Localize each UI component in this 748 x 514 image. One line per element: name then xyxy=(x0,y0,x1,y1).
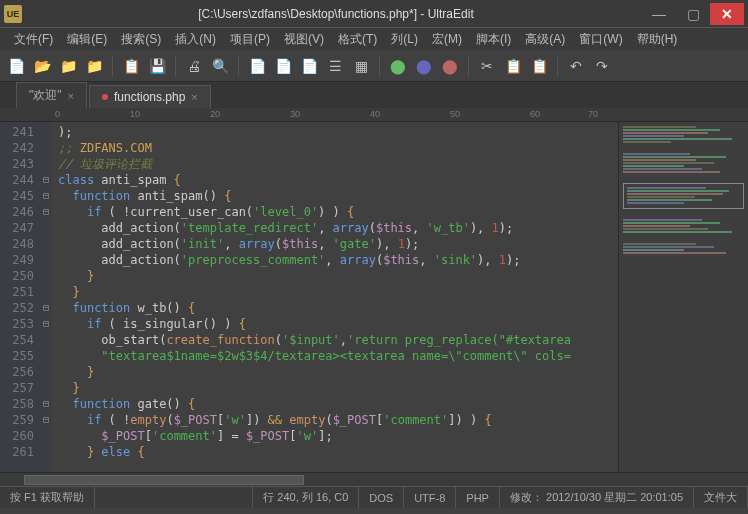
menu-view[interactable]: 视图(V) xyxy=(278,29,330,50)
maximize-button[interactable]: ▢ xyxy=(676,3,710,25)
app-icon: UE xyxy=(4,5,22,23)
statusbar: 按 F1 获取帮助 行 240, 列 16, C0 DOS UTF-8 PHP … xyxy=(0,486,748,508)
status-position: 行 240, 列 16, C0 xyxy=(253,487,359,508)
tab-label: functions.php xyxy=(114,90,185,104)
close-icon[interactable]: × xyxy=(68,90,74,102)
list-icon[interactable]: ☰ xyxy=(325,56,345,76)
scrollbar-thumb[interactable] xyxy=(24,475,304,485)
status-help: 按 F1 获取帮助 xyxy=(0,487,95,508)
minimize-button[interactable]: — xyxy=(642,3,676,25)
doc3-icon[interactable]: 📄 xyxy=(299,56,319,76)
horizontal-scrollbar[interactable] xyxy=(0,472,748,486)
tabbar: "欢迎" × functions.php × xyxy=(0,82,748,108)
menu-file[interactable]: 文件(F) xyxy=(8,29,59,50)
folder2-icon[interactable]: 📁 xyxy=(84,56,104,76)
status-encoding[interactable]: UTF-8 xyxy=(404,487,456,508)
menu-advanced[interactable]: 高级(A) xyxy=(519,29,571,50)
copy2-icon[interactable]: 📋 xyxy=(503,56,523,76)
toolbar-sep xyxy=(175,56,176,76)
tab-welcome[interactable]: "欢迎" × xyxy=(16,82,87,108)
toolbar-sep xyxy=(112,56,113,76)
folder-icon[interactable]: 📁 xyxy=(58,56,78,76)
menubar: 文件(F) 编辑(E) 搜索(S) 插入(N) 项目(P) 视图(V) 格式(T… xyxy=(0,28,748,50)
us-icon[interactable]: ⬤ xyxy=(440,56,460,76)
menu-project[interactable]: 项目(P) xyxy=(224,29,276,50)
code-area[interactable]: ); ;; ZDFANS.COM // 垃圾评论拦截 class anti_sp… xyxy=(52,122,618,472)
uc-icon[interactable]: ⬤ xyxy=(388,56,408,76)
close-button[interactable]: ✕ xyxy=(710,3,744,25)
paste-icon[interactable]: 📋 xyxy=(529,56,549,76)
modified-dot-icon xyxy=(102,94,108,100)
uf-icon[interactable]: ⬤ xyxy=(414,56,434,76)
window-title: [C:\Users\zdfans\Desktop\functions.php*]… xyxy=(30,7,642,21)
open-icon[interactable]: 📂 xyxy=(32,56,52,76)
doc2-icon[interactable]: 📄 xyxy=(273,56,293,76)
cut-icon[interactable]: ✂ xyxy=(477,56,497,76)
grid-icon[interactable]: ▦ xyxy=(351,56,371,76)
editor[interactable]: 2412422432442452462472482492502512522532… xyxy=(0,122,748,472)
toolbar-sep xyxy=(238,56,239,76)
undo-icon[interactable]: ↶ xyxy=(566,56,586,76)
minimap-viewport[interactable] xyxy=(623,183,744,209)
doc-icon[interactable]: 📄 xyxy=(247,56,267,76)
menu-window[interactable]: 窗口(W) xyxy=(573,29,628,50)
status-filesize: 文件大 xyxy=(694,487,748,508)
tab-label: "欢迎" xyxy=(29,87,62,104)
menu-script[interactable]: 脚本(I) xyxy=(470,29,517,50)
status-language[interactable]: PHP xyxy=(456,487,500,508)
preview-icon[interactable]: 🔍 xyxy=(210,56,230,76)
print-icon[interactable]: 🖨 xyxy=(184,56,204,76)
titlebar: UE [C:\Users\zdfans\Desktop\functions.ph… xyxy=(0,0,748,28)
menu-macro[interactable]: 宏(M) xyxy=(426,29,468,50)
ruler: 0 10 20 30 40 50 60 70 xyxy=(0,108,748,122)
menu-edit[interactable]: 编辑(E) xyxy=(61,29,113,50)
menu-column[interactable]: 列(L) xyxy=(385,29,424,50)
close-icon[interactable]: × xyxy=(191,91,197,103)
status-lineend[interactable]: DOS xyxy=(359,487,404,508)
copy-icon[interactable]: 📋 xyxy=(121,56,141,76)
minimap[interactable] xyxy=(618,122,748,472)
toolbar-sep xyxy=(379,56,380,76)
menu-search[interactable]: 搜索(S) xyxy=(115,29,167,50)
save-icon[interactable]: 💾 xyxy=(147,56,167,76)
redo-icon[interactable]: ↷ xyxy=(592,56,612,76)
status-modified: 修改： 2012/10/30 星期二 20:01:05 xyxy=(500,487,694,508)
status-spacer xyxy=(95,487,253,508)
toolbar-sep xyxy=(557,56,558,76)
tab-functions[interactable]: functions.php × xyxy=(89,85,211,108)
menu-help[interactable]: 帮助(H) xyxy=(631,29,684,50)
menu-format[interactable]: 格式(T) xyxy=(332,29,383,50)
new-icon[interactable]: 📄 xyxy=(6,56,26,76)
line-gutter: 2412422432442452462472482492502512522532… xyxy=(0,122,40,472)
fold-gutter[interactable]: ⊟⊟⊟⊟⊟⊟⊟ xyxy=(40,122,52,472)
toolbar: 📄 📂 📁 📁 📋 💾 🖨 🔍 📄 📄 📄 ☰ ▦ ⬤ ⬤ ⬤ ✂ 📋 📋 ↶ … xyxy=(0,50,748,82)
toolbar-sep xyxy=(468,56,469,76)
menu-insert[interactable]: 插入(N) xyxy=(169,29,222,50)
